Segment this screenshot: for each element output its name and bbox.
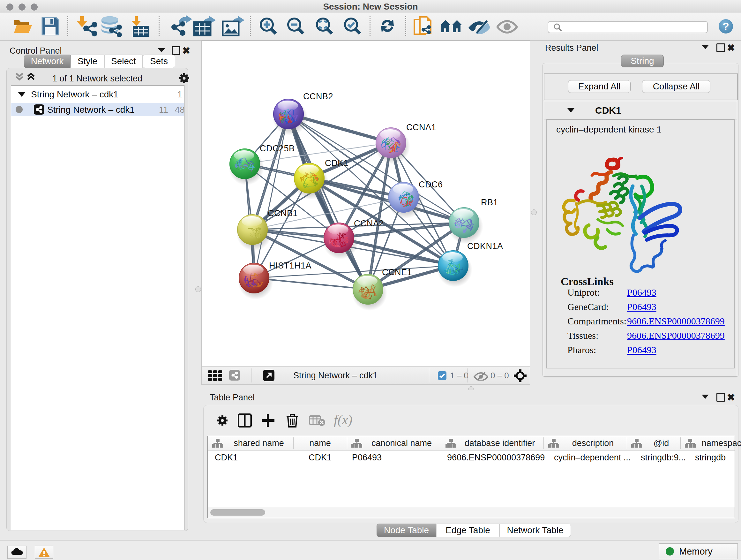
svg-text:HIST1H1A: HIST1H1A — [269, 261, 312, 270]
svg-text:CCNE1: CCNE1 — [382, 267, 412, 277]
svg-text:CDK1: CDK1 — [325, 159, 348, 168]
svg-text:CCNB2: CCNB2 — [303, 91, 333, 101]
svg-text:CCNB1: CCNB1 — [268, 208, 298, 218]
svg-text:CDC6: CDC6 — [419, 180, 443, 189]
svg-text:RB1: RB1 — [481, 198, 498, 207]
svg-text:CCNA2: CCNA2 — [354, 219, 384, 228]
svg-text:CCNA1: CCNA1 — [406, 123, 436, 132]
svg-text:CDKN1A: CDKN1A — [467, 241, 503, 251]
svg-text:CDC25B: CDC25B — [260, 144, 295, 153]
